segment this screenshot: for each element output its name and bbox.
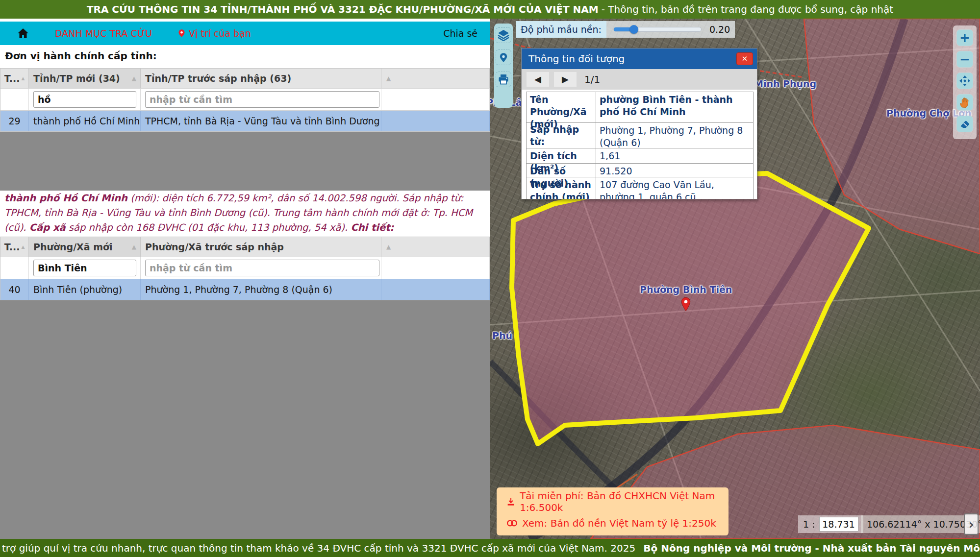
zoom-out-button[interactable]: − bbox=[956, 51, 973, 68]
ward-col-old[interactable]: Phường/Xã trước sáp nhập bbox=[141, 237, 381, 257]
minus-icon: − bbox=[959, 53, 970, 66]
attribute-label: Dân số (người) bbox=[527, 164, 596, 177]
app-window: TRA CỨU THÔNG TIN 34 TỈNH/THÀNH PHỐ VÀ 3… bbox=[0, 0, 980, 557]
scale-prefix: 1 : bbox=[803, 519, 815, 530]
summary-detail-label: Chi tiết: bbox=[351, 222, 394, 233]
province-new-filter-input[interactable] bbox=[33, 91, 136, 108]
print-button[interactable] bbox=[496, 72, 511, 87]
lookup-panel: DANH MỤC TRA CỨU Vị trí của bạn Chia sẻ … bbox=[0, 19, 490, 539]
popup-pager: ◀ ▶ 1/1 bbox=[522, 69, 757, 90]
sort-asc-icon: ▲ bbox=[132, 243, 136, 250]
feature-info-popup: Thông tin đối tượng ✕ ◀ ▶ 1/1 Tên Phường… bbox=[521, 48, 757, 199]
printer-icon bbox=[498, 73, 509, 85]
pan-button[interactable] bbox=[956, 73, 973, 89]
ward-row-selected[interactable]: 40 Bình Tiên (phường) Phường 1, Phường 7… bbox=[0, 279, 490, 300]
zoom-in-button[interactable]: + bbox=[956, 29, 973, 46]
map-controls: + − bbox=[953, 25, 977, 139]
nav-menu-link[interactable]: DANH MỤC TRA CỨU bbox=[55, 28, 152, 39]
ward-table-empty-area bbox=[0, 300, 490, 539]
nav-menu-label: DANH MỤC TRA CỨU bbox=[55, 28, 152, 39]
attribute-label: Sáp nhập từ: bbox=[527, 123, 596, 148]
arrow-left-icon: ◀ bbox=[534, 74, 541, 84]
link-icon bbox=[506, 519, 518, 528]
eraser-icon bbox=[959, 118, 971, 130]
share-button[interactable]: Chia sẻ bbox=[443, 28, 477, 39]
ward-filter-row bbox=[0, 257, 490, 279]
province-summary: thành phố Hồ Chí Minh (mới): diện tích 6… bbox=[4, 191, 486, 235]
layers-icon bbox=[498, 29, 509, 41]
attribute-value: 91.520 bbox=[596, 164, 753, 177]
ward-col-index[interactable]: T...▲ bbox=[0, 237, 29, 257]
province-old-filter-input[interactable] bbox=[145, 91, 379, 108]
pager-prev-button[interactable]: ◀ bbox=[527, 72, 549, 87]
attribute-row: Tên Phường/Xã (mới) phường Bình Tiên - t… bbox=[527, 92, 753, 123]
footer-text: trợ giúp quí vị tra cứu nhanh, trực quan… bbox=[2, 542, 635, 554]
ward-old-filter-input[interactable] bbox=[145, 260, 379, 276]
province-col-old[interactable]: Tỉnh/TP trước sáp nhập (63) bbox=[141, 69, 381, 88]
plus-icon: + bbox=[959, 31, 970, 44]
ward-row-name: Bình Tiên (phường) bbox=[29, 279, 141, 300]
attribute-value: 107 đường Cao Văn Lầu, phường 1, quận 6 … bbox=[596, 177, 753, 199]
sort-asc-icon: ▲ bbox=[21, 76, 25, 81]
drag-hand-button[interactable] bbox=[956, 94, 973, 111]
download-map-link[interactable]: Tải miễn phí: Bản đồ CHXHCN Việt Nam 1:6… bbox=[506, 494, 729, 509]
page-title: TRA CỨU THÔNG TIN 34 TỈNH/THÀNH PHỐ VÀ 3… bbox=[87, 3, 599, 15]
map-marker-pin[interactable] bbox=[680, 297, 691, 312]
close-icon: ✕ bbox=[742, 54, 748, 63]
province-col-new[interactable]: Tỉnh/TP mới (34)▲ bbox=[29, 69, 141, 88]
layers-button[interactable] bbox=[496, 27, 511, 43]
opacity-label: Độ phủ mầu nền: bbox=[516, 21, 606, 38]
panel-expand-button[interactable]: › bbox=[964, 513, 979, 535]
opacity-slider[interactable] bbox=[613, 27, 702, 32]
popup-header[interactable]: Thông tin đối tượng ✕ bbox=[522, 48, 757, 69]
map-canvas[interactable]: Minh Phụng Phường Chợ Lớn Phú Lâm Phường… bbox=[490, 19, 980, 539]
ward-row-merged: Phường 1, Phường 7, Phường 8 (Quận 6) bbox=[141, 279, 381, 300]
province-table-header: T...▲ Tỉnh/TP mới (34)▲ Tỉnh/TP trước sá… bbox=[0, 69, 490, 88]
location-pin-icon bbox=[177, 28, 186, 39]
map-label-binh-tien: Phường Bình Tiên bbox=[640, 284, 732, 295]
nav-location-label: Vị trí của bạn bbox=[189, 28, 251, 39]
view-basemap-link[interactable]: Xem: Bản đồ nền Việt Nam tỷ lệ 1:250k bbox=[506, 516, 729, 531]
province-col-index[interactable]: T...▲ bbox=[0, 69, 29, 88]
attribute-row: Dân số (người) 91.520 bbox=[527, 164, 753, 177]
download-panel: Tải miễn phí: Bản đồ CHXHCN Việt Nam 1:6… bbox=[497, 487, 729, 535]
attribute-label: Trụ sở hành chính (mới) bbox=[527, 177, 596, 199]
attribute-row: Diện tích (km²) 1,61 bbox=[527, 148, 753, 164]
attribute-value: Phường 1, Phường 7, Phường 8 (Quận 6) bbox=[596, 123, 753, 148]
status-bar: trợ giúp quí vị tra cứu nhanh, trực quan… bbox=[0, 539, 980, 557]
home-icon[interactable] bbox=[17, 27, 29, 39]
attribute-row: Trụ sở hành chính (mới) 107 đường Cao Vă… bbox=[527, 177, 753, 199]
pager-next-button[interactable]: ▶ bbox=[554, 72, 577, 87]
footer-publisher: Bộ Nông nghiệp và Môi trường - Nhà xuất … bbox=[643, 542, 980, 554]
ward-new-filter-input[interactable] bbox=[33, 260, 136, 276]
province-row-name: thành phố Hồ Chí Minh bbox=[29, 111, 141, 131]
pan-arrows-icon bbox=[959, 75, 971, 87]
opacity-control: Độ phủ mầu nền: 0.20 bbox=[516, 21, 735, 38]
locate-button[interactable] bbox=[496, 49, 511, 65]
sort-asc-icon: ▲ bbox=[132, 75, 136, 82]
province-row-selected[interactable]: 29 thành phố Hồ Chí Minh TPHCM, tỉnh Bà … bbox=[0, 111, 490, 131]
province-table: T...▲ Tỉnh/TP mới (34)▲ Tỉnh/TP trước sá… bbox=[0, 68, 490, 132]
opacity-slider-fill bbox=[614, 27, 631, 31]
popup-close-button[interactable]: ✕ bbox=[736, 52, 753, 65]
arrow-right-icon: ▶ bbox=[562, 74, 569, 84]
province-row-index: 29 bbox=[0, 111, 29, 131]
cursor-coordinates: 106.62114° x 10.75030° bbox=[861, 515, 980, 533]
ward-col-new[interactable]: Phường/Xã mới▲ bbox=[29, 237, 141, 257]
map-pin-icon bbox=[499, 51, 508, 64]
clear-button[interactable] bbox=[956, 116, 973, 132]
map-label-phu: Phú bbox=[492, 330, 512, 341]
summary-province-name: thành phố Hồ Chí Minh bbox=[4, 193, 127, 204]
navbar: DANH MỤC TRA CỨU Vị trí của bạn Chia sẻ bbox=[0, 22, 490, 45]
province-table-empty-area bbox=[0, 132, 490, 191]
attribute-value: 1,61 bbox=[596, 148, 753, 163]
download-icon bbox=[506, 497, 515, 507]
opacity-slider-handle[interactable] bbox=[629, 25, 638, 34]
province-section-heading: Đơn vị hành chính cấp tỉnh: bbox=[5, 50, 157, 62]
page-subtitle: - Thông tin, bản đồ trên trang đang được… bbox=[602, 3, 893, 15]
sort-asc-icon: ▲ bbox=[386, 243, 391, 250]
opacity-value: 0.20 bbox=[709, 24, 730, 35]
scale-input[interactable] bbox=[819, 517, 858, 532]
nav-location-link[interactable]: Vị trí của bạn bbox=[177, 28, 251, 39]
province-row-merged: TPHCM, tỉnh Bà Rịa - Vũng Tàu và tỉnh Bì… bbox=[141, 111, 381, 131]
